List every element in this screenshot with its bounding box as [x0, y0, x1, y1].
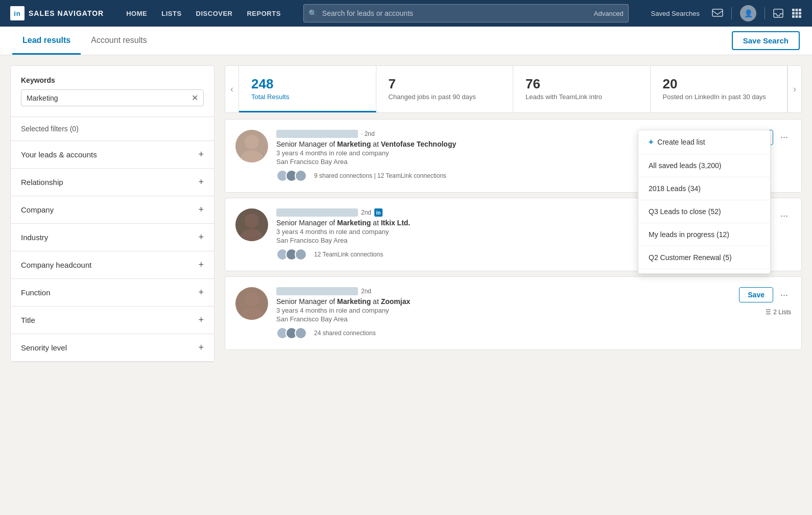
filter-row-relationship[interactable]: Relationship +	[11, 169, 214, 196]
divider	[765, 7, 765, 19]
nav-links: HOME LISTS DISCOVER REPORTS	[126, 10, 281, 17]
result-card-3: 2nd Senior Manager of Marketing at Zoomj…	[225, 276, 802, 350]
app-title: SALES NAVIGATOR	[29, 9, 104, 17]
dropdown-follow-up[interactable]: Follow up with (24)	[638, 269, 770, 273]
search-input[interactable]	[303, 4, 629, 22]
filter-row-function[interactable]: Function +	[11, 279, 214, 306]
divider	[731, 7, 732, 19]
more-button-1[interactable]: ···	[777, 130, 791, 145]
stat-changed-jobs[interactable]: 7 Changed jobs in past 90 days	[376, 66, 514, 112]
dropdown-q2-renewal[interactable]: Q2 Customer Renewal (5)	[638, 246, 770, 269]
search-icon: 🔍	[308, 9, 317, 17]
filter-row-seniority[interactable]: Senority level +	[11, 334, 214, 361]
filter-title[interactable]: Title +	[11, 307, 214, 334]
changed-jobs-label: Changed jobs in past 90 days	[389, 93, 501, 101]
filter-label-industry: Industry	[21, 233, 48, 242]
saved-searches-link[interactable]: Saved Searches	[651, 10, 700, 17]
lists-badge-3: ☰ 2 Lists	[766, 309, 791, 316]
messaging-icon[interactable]	[712, 9, 723, 18]
filter-label-function: Function	[21, 288, 51, 297]
more-button-2[interactable]: ···	[777, 208, 791, 223]
apps-icon[interactable]	[792, 8, 802, 18]
filter-row-your-leads[interactable]: Your leads & accounts +	[11, 141, 214, 168]
tab-lead-results[interactable]: Lead results	[12, 28, 81, 55]
result-actions-1: Save ··· + Create lead list All saved le…	[739, 130, 791, 145]
filter-relationship[interactable]: Relationship +	[11, 169, 214, 196]
dropdown-q3-leads[interactable]: Q3 Leads to close (52)	[638, 200, 770, 223]
filter-label-seniority: Senority level	[21, 343, 67, 352]
svg-rect-3	[796, 9, 798, 11]
tab-account-results[interactable]: Account results	[81, 28, 157, 55]
filter-row-title[interactable]: Title +	[11, 307, 214, 334]
logo[interactable]: in SALES NAVIGATOR	[10, 6, 104, 20]
nav-reports[interactable]: REPORTS	[247, 10, 280, 17]
filter-plus-company-headcount: +	[198, 260, 204, 270]
dropdown-scroll: + Create lead list All saved leads (3,20…	[638, 130, 770, 273]
filter-company[interactable]: Company +	[11, 196, 214, 224]
next-arrow[interactable]: ›	[787, 66, 801, 112]
result-info-3: 2nd Senior Manager of Marketing at Zoomj…	[276, 287, 731, 339]
nav-discover[interactable]: DISCOVER	[196, 10, 233, 17]
filter-plus-industry: +	[198, 232, 204, 243]
result-location-3: San Francisco Bay Area	[276, 315, 731, 323]
result-title-3: Senior Manager of Marketing at Zoomjax	[276, 297, 731, 306]
total-results-label: Total Results	[251, 93, 364, 101]
svg-point-15	[245, 292, 259, 307]
svg-point-16	[241, 308, 263, 320]
avatar[interactable]: 👤	[740, 5, 756, 21]
svg-rect-2	[792, 9, 795, 11]
tabs-bar: Lead results Account results Save Search	[0, 27, 812, 55]
filter-function[interactable]: Function +	[11, 279, 214, 307]
dropdown-create-lead-list[interactable]: + Create lead list	[638, 130, 770, 154]
dropdown-menu: + Create lead list All saved leads (3,20…	[638, 130, 771, 274]
filter-row-company[interactable]: Company +	[11, 196, 214, 223]
stat-teamlink[interactable]: 76 Leads with TeamLink intro	[513, 66, 651, 112]
posted-number: 20	[663, 76, 775, 92]
filter-label-relationship: Relationship	[21, 178, 63, 186]
filter-plus-relationship: +	[198, 177, 204, 188]
more-button-3[interactable]: ···	[777, 287, 791, 302]
lists-icon: ☰	[766, 309, 771, 316]
result-avatar-2	[235, 208, 268, 241]
tabs: Lead results Account results	[12, 28, 157, 54]
keyword-input[interactable]	[27, 94, 192, 102]
sidebar: Keywords ✕ Selected filters (0) Your lea…	[10, 65, 214, 362]
advanced-link[interactable]: Advanced	[594, 10, 624, 17]
degree-badge-1: · 2nd	[361, 130, 375, 137]
connections-row-3: 24 shared connections	[276, 327, 731, 339]
dropdown-2018-leads[interactable]: 2018 Leads (34)	[638, 177, 770, 200]
filter-seniority[interactable]: Senority level +	[11, 334, 214, 362]
svg-rect-10	[799, 15, 801, 18]
keywords-label: Keywords	[21, 76, 204, 84]
filter-industry[interactable]: Industry +	[11, 224, 214, 251]
dropdown-my-leads[interactable]: My leads in progress (12)	[638, 223, 770, 246]
result-name-row-3: 2nd	[276, 287, 731, 295]
nav-icons: 👤	[712, 5, 802, 21]
svg-point-12	[241, 150, 263, 162]
result-actions-2: ···	[777, 208, 791, 223]
result-card-1: · 2nd Senior Manager of Marketing at Ven…	[225, 119, 802, 193]
svg-rect-7	[799, 12, 801, 15]
save-button-3[interactable]: Save	[739, 287, 773, 302]
linkedin-logo-icon: in	[10, 6, 25, 20]
stat-posted[interactable]: 20 Posted on LinkedIn in past 30 days	[651, 66, 788, 112]
stat-total[interactable]: 248 Total Results	[239, 66, 376, 112]
inbox-icon[interactable]	[773, 9, 783, 18]
top-navigation: in SALES NAVIGATOR HOME LISTS DISCOVER R…	[0, 0, 812, 27]
dropdown-all-saved-leads[interactable]: All saved leads (3,200)	[638, 154, 770, 177]
nav-home[interactable]: HOME	[126, 10, 147, 17]
result-actions-3: Save ··· ☰ 2 Lists	[739, 287, 791, 316]
prev-arrow[interactable]: ‹	[225, 66, 239, 112]
filter-label-company: Company	[21, 205, 54, 214]
result-avatar-3	[235, 287, 268, 320]
nav-lists[interactable]: LISTS	[161, 10, 181, 17]
save-search-button[interactable]: Save Search	[732, 31, 800, 50]
posted-label: Posted on LinkedIn in past 30 days	[663, 93, 775, 101]
result-name-blur-1	[276, 130, 358, 138]
filter-company-headcount[interactable]: Company headcount +	[11, 251, 214, 279]
svg-rect-5	[792, 12, 795, 15]
filter-row-company-headcount[interactable]: Company headcount +	[11, 251, 214, 278]
filter-your-leads[interactable]: Your leads & accounts +	[11, 141, 214, 169]
filter-row-industry[interactable]: Industry +	[11, 224, 214, 251]
keyword-clear-button[interactable]: ✕	[192, 93, 198, 103]
